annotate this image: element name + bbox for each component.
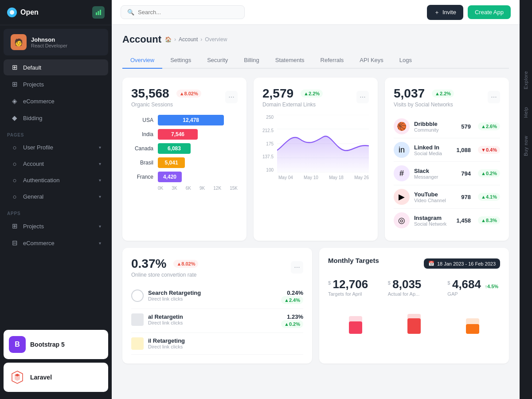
app-projects-icon: ⊞ <box>11 222 19 230</box>
instagram-icon: ◎ <box>394 212 410 228</box>
nav-label-app-projects: Projects <box>23 223 44 230</box>
apps-section-label: APPS <box>0 205 112 218</box>
nav-label-authentication: Authentication <box>23 177 59 184</box>
search-box[interactable]: 🔍 <box>121 5 245 19</box>
retarg-row-3: il Retargeting Direct link clicks <box>131 333 303 355</box>
bar-row-france: France 4,420 <box>131 172 238 182</box>
svg-rect-2 <box>98 11 99 15</box>
domain-links-card: 2,579 ▲2.2% Domain External Links ··· 25… <box>254 78 378 241</box>
social-visits-label: Visits by Social Networks <box>394 102 454 108</box>
youtube-icon: ▶ <box>394 189 410 205</box>
retarg-row-1: Search Retargeting Direct link clicks 0.… <box>131 285 303 309</box>
nav-item-bidding[interactable]: ◆ Bidding <box>4 110 108 126</box>
retarg-icon-3 <box>131 337 144 350</box>
social-row-slack: # Slack Messanger 794 ▲0.2% <box>394 162 500 185</box>
tabs-bar: Overview Settings Security Billing State… <box>122 52 509 69</box>
buy-now-label[interactable]: Buy now <box>523 136 528 156</box>
social-visits-more[interactable]: ··· <box>488 91 500 103</box>
projects-icon: ⊞ <box>11 80 19 88</box>
tab-referrals[interactable]: Referrals <box>313 52 352 69</box>
app-logo: Open <box>7 8 39 17</box>
nav-item-projects[interactable]: ⊞ Projects <box>4 76 108 92</box>
avatar: 🧑 <box>11 34 27 50</box>
invite-button[interactable]: ＋ Invite <box>427 5 463 20</box>
right-sidebar: Explore Help Buy now <box>520 0 532 399</box>
topbar: 🔍 ＋ Invite Create App <box>112 0 520 25</box>
explore-label[interactable]: Explore <box>523 71 528 89</box>
social-list: 🏀 Dribbble Community 579 ▲2.6% in <box>394 115 500 232</box>
bar-fill-france: 4,420 <box>158 172 182 182</box>
laravel-promo-card: Laravel <box>4 363 108 392</box>
create-app-button[interactable]: Create App <box>468 5 511 19</box>
target-item-1: $ 12,706 Targets for April <box>328 278 381 297</box>
tab-settings[interactable]: Settings <box>162 52 199 69</box>
bar-label-brasil: Brasil <box>131 160 153 166</box>
page-title: Account <box>122 34 161 45</box>
tab-logs[interactable]: Logs <box>391 52 420 69</box>
line-chart-area: 250 212.5 175 137.5 100 <box>262 115 369 180</box>
nav-item-ecommerce[interactable]: ◈ eCommerce <box>4 93 108 109</box>
domain-links-more[interactable]: ··· <box>356 91 369 103</box>
conversion-more[interactable]: ··· <box>291 261 303 274</box>
targets-values-row: $ 12,706 Targets for April $ 8,035 Actua… <box>328 278 500 297</box>
logo-icon <box>7 8 17 17</box>
bar-fill-canada: 6,083 <box>158 143 191 154</box>
tab-billing[interactable]: Billing <box>236 52 267 69</box>
bar-track-usa: 12,478 <box>158 115 238 125</box>
breadcrumb-account[interactable]: Account <box>179 36 198 43</box>
account-icon: ○ <box>11 160 19 168</box>
bootstrap-label: Bootstrap 5 <box>30 341 65 348</box>
bar-track-france: 4,420 <box>158 172 238 182</box>
chevron-down-icon-3: ▾ <box>99 178 101 183</box>
nav-item-general[interactable]: ○ General ▾ <box>4 189 108 204</box>
chart-svg-wrap <box>277 115 369 174</box>
bar-fill-brasil: 5,041 <box>158 157 185 168</box>
tab-api-keys[interactable]: API Keys <box>352 52 391 69</box>
bottom-grid: 0.37% ▲8.02% Online store convertion rat… <box>122 248 509 364</box>
nav-item-app-projects[interactable]: ⊞ Projects ▾ <box>4 218 108 234</box>
chevron-down-icon-5: ▾ <box>99 224 101 229</box>
stats-grid: 35,568 ▲8.02% Organic Sessions ··· USA 1… <box>122 78 509 241</box>
laravel-icon <box>9 369 26 386</box>
search-input[interactable] <box>138 9 238 16</box>
user-card[interactable]: 🧑 Johnson React Developer <box>4 29 108 55</box>
domain-links-value: 2,579 <box>262 86 293 101</box>
calendar-icon: 📅 <box>428 261 434 266</box>
domain-links-badge: ▲2.2% <box>301 90 323 98</box>
slack-icon: # <box>394 165 410 181</box>
app-name: Open <box>20 8 39 16</box>
help-label[interactable]: Help <box>523 107 528 118</box>
invite-label: Invite <box>442 9 456 16</box>
chart-icon-btn[interactable] <box>92 6 105 19</box>
tab-overview[interactable]: Overview <box>122 52 162 69</box>
mini-bar-charts <box>328 307 500 334</box>
nav-item-default[interactable]: ⊞ Default <box>4 59 108 75</box>
nav-item-user-profile[interactable]: ○ User Profile ▾ <box>4 140 108 155</box>
bootstrap-promo-card: B Bootstrap 5 <box>4 330 108 359</box>
bar-axis: 0K 3K 6K 9K 12K 15K <box>131 186 238 191</box>
social-row-instagram: ◎ Instagram Social Network 1,458 ▲8.3% <box>394 209 500 232</box>
chevron-down-icon-2: ▾ <box>99 161 101 166</box>
home-icon: 🏠 <box>165 36 172 43</box>
chevron-down-icon: ▾ <box>99 145 101 150</box>
monthly-targets-card: Monthly Targets 📅 18 Jan 2023 - 16 Feb 2… <box>319 248 509 364</box>
target-item-2: $ 8,035 Actual for Ap... <box>388 278 441 297</box>
breadcrumb-overview: Overview <box>205 36 227 43</box>
breadcrumb: 🏠 › Account › Overview <box>165 36 227 43</box>
bar-track-india: 7,546 <box>158 129 238 140</box>
organic-sessions-more[interactable]: ··· <box>225 91 238 103</box>
search-icon: 🔍 <box>127 9 134 16</box>
grid-icon: ⊞ <box>11 63 19 71</box>
nav-item-account[interactable]: ○ Account ▾ <box>4 156 108 172</box>
tab-statements[interactable]: Statements <box>267 52 313 69</box>
nav-item-authentication[interactable]: ○ Authentication ▾ <box>4 172 108 188</box>
bidding-icon: ◆ <box>11 114 19 122</box>
topbar-actions: ＋ Invite Create App <box>427 5 511 20</box>
nav-item-app-ecommerce[interactable]: ⊟ eCommerce ▾ <box>4 235 108 251</box>
bar-row-canada: Canada 6,083 <box>131 143 238 154</box>
tab-security[interactable]: Security <box>199 52 236 69</box>
conversion-badge: ▲8.02% <box>173 260 198 268</box>
svg-rect-17 <box>466 324 479 334</box>
organic-sessions-value: 35,568 <box>131 86 169 101</box>
retarg-row-2: al Retargetin Direct link clicks 1.23% ▲… <box>131 309 303 333</box>
